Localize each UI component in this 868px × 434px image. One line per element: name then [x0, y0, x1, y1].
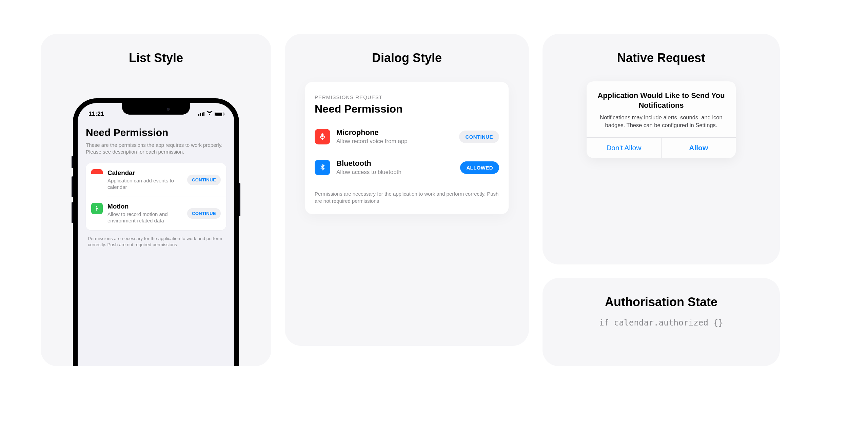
- calendar-icon: [91, 169, 103, 181]
- dialog-title: Need Permission: [315, 103, 499, 115]
- permission-desc: Allow access to bluetooth: [336, 169, 408, 176]
- panel-title: Dialog Style: [285, 34, 529, 65]
- permission-title: Calendar: [107, 169, 182, 177]
- allow-button[interactable]: Allow: [661, 138, 736, 158]
- authorisation-state-panel: Authorisation State if calendar.authoriz…: [542, 278, 780, 366]
- permission-desc: Allow to record motion and environment-r…: [107, 211, 182, 224]
- phone-notch: [122, 103, 190, 115]
- continue-button[interactable]: CONTINUE: [187, 175, 221, 185]
- panel-title: Native Request: [542, 34, 780, 65]
- permission-desc: Allow record voice from app: [336, 138, 408, 145]
- permission-row-bluetooth: Bluetooth Allow access to bluetooth ALLO…: [315, 152, 499, 183]
- permission-row-motion: Motion Allow to record motion and enviro…: [86, 197, 226, 230]
- native-alert: Application Would Like to Send You Notif…: [587, 81, 736, 158]
- bluetooth-icon: [315, 160, 330, 175]
- permission-card: Calendar Application can add events to c…: [86, 163, 226, 230]
- footer-note: Permissions are necessary for the applic…: [315, 190, 499, 204]
- allowed-button[interactable]: ALLOWED: [460, 161, 499, 174]
- panel-title: List Style: [41, 34, 271, 65]
- code-snippet: if calendar.authorized {}: [542, 318, 780, 328]
- list-style-panel: List Style 11:21 Need Permission These a…: [41, 34, 271, 366]
- permission-title: Microphone: [336, 128, 453, 137]
- permission-row-microphone: Microphone Allow record voice from app C…: [315, 121, 499, 152]
- dialog-style-panel: Dialog Style PERMISSIONS REQUEST Need Pe…: [285, 34, 529, 346]
- alert-message: Notifications may include alerts, sounds…: [597, 114, 726, 129]
- page-title: Need Permission: [86, 127, 226, 138]
- permission-title: Motion: [107, 203, 182, 210]
- permission-row-calendar: Calendar Application can add events to c…: [86, 163, 226, 197]
- page-subtitle: These are the permissions the app requir…: [86, 142, 226, 156]
- footer-note: Permissions are necessary for the applic…: [86, 230, 226, 254]
- alert-title: Application Would Like to Send You Notif…: [597, 91, 726, 110]
- continue-button[interactable]: CONTINUE: [459, 131, 499, 143]
- dialog-eyebrow: PERMISSIONS REQUEST: [315, 94, 499, 100]
- dont-allow-button[interactable]: Don't Allow: [587, 138, 661, 158]
- permission-dialog: PERMISSIONS REQUEST Need Permission Micr…: [305, 82, 509, 214]
- panel-title: Authorisation State: [542, 278, 780, 309]
- native-request-panel: Native Request Application Would Like to…: [542, 34, 780, 264]
- microphone-icon: [315, 129, 330, 144]
- phone-mockup: 11:21 Need Permission These are the perm…: [73, 98, 239, 366]
- permission-title: Bluetooth: [336, 159, 454, 168]
- permission-desc: Application can add events to calendar: [107, 177, 182, 191]
- continue-button[interactable]: CONTINUE: [187, 208, 221, 219]
- motion-icon: [91, 203, 103, 214]
